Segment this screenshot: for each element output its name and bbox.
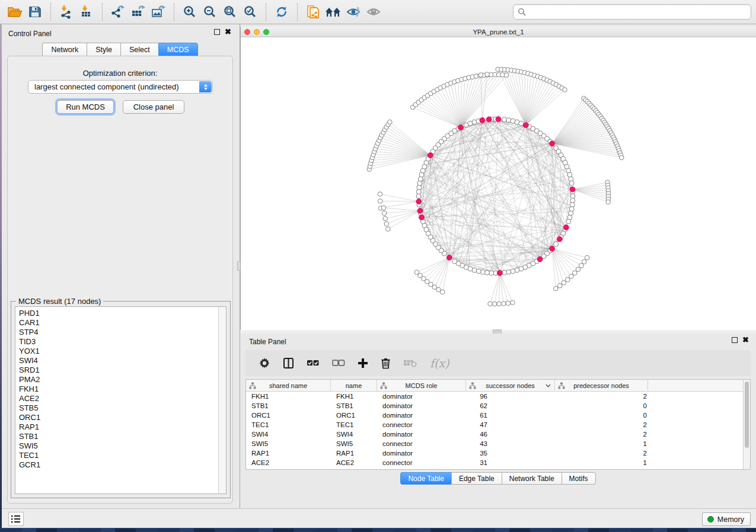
- mcds-result-item[interactable]: SWI4: [19, 356, 226, 366]
- mcds-dominator-node[interactable]: [550, 246, 555, 251]
- mcds-result-item[interactable]: TEC1: [19, 451, 226, 460]
- mcds-result-item[interactable]: FKH1: [19, 384, 226, 394]
- network-leaf-node[interactable]: [485, 72, 490, 77]
- tab-select[interactable]: Select: [120, 43, 158, 56]
- network-leaf-node[interactable]: [576, 267, 580, 272]
- mcds-result-item[interactable]: PMA2: [19, 375, 226, 384]
- mcds-dominator-node[interactable]: [523, 123, 528, 128]
- delete-column-trash-icon[interactable]: [381, 357, 391, 369]
- network-leaf-node[interactable]: [565, 277, 570, 282]
- refresh-icon[interactable]: [272, 2, 292, 22]
- zoom-out-icon[interactable]: [200, 2, 220, 22]
- network-node[interactable]: [570, 194, 575, 198]
- tab-mcds[interactable]: MCDS: [158, 43, 198, 56]
- network-node[interactable]: [570, 198, 575, 203]
- network-leaf-node[interactable]: [563, 88, 567, 92]
- table-row[interactable]: RAP1RAP1dominator352: [246, 448, 743, 458]
- network-leaf-node[interactable]: [506, 301, 511, 306]
- mcds-dominator-node[interactable]: [480, 118, 485, 123]
- table-panel-float-icon[interactable]: [732, 337, 738, 343]
- node-table-scrollbar-thumb[interactable]: [745, 382, 749, 448]
- network-node[interactable]: [566, 219, 571, 224]
- column-header-successor-nodes[interactable]: successor nodes: [466, 380, 555, 392]
- save-session-icon[interactable]: [25, 2, 45, 22]
- tab-node-table[interactable]: Node Table: [400, 472, 451, 485]
- mcds-result-item[interactable]: SWI5: [19, 441, 226, 451]
- mcds-dominator-node[interactable]: [496, 117, 501, 122]
- mcds-dominator-node[interactable]: [417, 208, 423, 213]
- mcds-dominator-node[interactable]: [537, 257, 543, 262]
- network-canvas[interactable]: [241, 37, 756, 330]
- sort-chevron-icon[interactable]: [546, 384, 551, 387]
- mcds-dominator-node[interactable]: [416, 199, 422, 204]
- show-graphics-eye-icon[interactable]: [363, 2, 384, 22]
- table-row[interactable]: SWI5SWI5connector431: [246, 439, 743, 448]
- network-leaf-node[interactable]: [378, 192, 382, 197]
- mcds-result-item[interactable]: ACE2: [19, 394, 226, 403]
- network-leaf-node[interactable]: [504, 73, 509, 78]
- export-table-icon[interactable]: [128, 2, 148, 22]
- mcds-dominator-node[interactable]: [428, 153, 433, 158]
- network-leaf-node[interactable]: [554, 286, 559, 291]
- zoom-selected-icon[interactable]: [240, 2, 260, 22]
- run-mcds-button[interactable]: Run MCDS: [57, 100, 114, 114]
- table-row[interactable]: TEC1TEC1connector472: [246, 420, 743, 430]
- network-graph[interactable]: [241, 37, 756, 330]
- network-leaf-node[interactable]: [386, 227, 391, 232]
- network-leaf-node[interactable]: [388, 120, 393, 124]
- column-header-name[interactable]: name: [331, 380, 377, 392]
- add-column-icon[interactable]: [358, 358, 368, 368]
- table-row[interactable]: FKH1FKH1dominator962: [246, 392, 743, 401]
- tab-network-table[interactable]: Network Table: [502, 472, 562, 485]
- column-header-predecessor-nodes[interactable]: predecessor nodes: [555, 380, 648, 392]
- mcds-result-item[interactable]: STB1: [19, 432, 226, 441]
- table-row[interactable]: ACE2ACE2connector311: [246, 458, 743, 467]
- tab-edge-table[interactable]: Edge Table: [451, 472, 502, 485]
- mcds-result-list[interactable]: PHD1CAR1STP4TID3YOX1SWI4SRD1PMA2FKH1ACE2…: [15, 306, 227, 494]
- mcds-result-item[interactable]: TID3: [19, 337, 226, 347]
- memory-button[interactable]: Memory: [702, 512, 751, 526]
- network-leaf-node[interactable]: [620, 155, 624, 160]
- network-node[interactable]: [502, 117, 507, 122]
- mcds-result-item[interactable]: YOX1: [19, 347, 226, 356]
- network-leaf-node[interactable]: [441, 290, 445, 294]
- mcds-result-item[interactable]: PHD1: [19, 309, 226, 318]
- node-table-scrollbar[interactable]: [743, 380, 750, 469]
- network-leaf-node[interactable]: [381, 206, 386, 210]
- select-all-icon[interactable]: [307, 359, 320, 367]
- network-node[interactable]: [489, 271, 494, 275]
- import-network-icon[interactable]: [56, 2, 76, 22]
- hide-edges-eye-slash-icon[interactable]: [343, 2, 363, 22]
- network-leaf-node[interactable]: [479, 73, 483, 78]
- control-panel-close-icon[interactable]: ✖: [225, 29, 231, 35]
- mcds-dominator-node[interactable]: [486, 117, 492, 122]
- network-leaf-node[interactable]: [579, 264, 584, 268]
- network-node[interactable]: [452, 259, 457, 264]
- network-leaf-node[interactable]: [488, 302, 493, 306]
- tab-motifs[interactable]: Motifs: [562, 472, 596, 485]
- network-node[interactable]: [484, 270, 489, 275]
- network-leaf-node[interactable]: [414, 270, 419, 275]
- mcds-dominator-node[interactable]: [419, 214, 425, 220]
- network-node[interactable]: [416, 194, 421, 198]
- network-leaf-node[interactable]: [383, 216, 388, 221]
- task-history-list-button[interactable]: [8, 512, 24, 526]
- show-columns-icon[interactable]: [283, 357, 294, 369]
- mcds-dominator-node[interactable]: [458, 125, 464, 130]
- network-leaf-node[interactable]: [582, 259, 587, 264]
- new-network-from-file-icon[interactable]: [303, 2, 323, 22]
- mcds-dominator-node[interactable]: [550, 141, 555, 146]
- network-node[interactable]: [506, 270, 511, 274]
- tab-style[interactable]: Style: [87, 43, 120, 56]
- hide-panels-houses-icon[interactable]: [323, 2, 343, 22]
- network-leaf-node[interactable]: [492, 302, 497, 306]
- network-leaf-node[interactable]: [606, 200, 611, 204]
- mcds-dominator-node[interactable]: [446, 255, 452, 260]
- network-leaf-node[interactable]: [557, 284, 562, 289]
- export-image-icon[interactable]: [148, 2, 168, 22]
- mcds-result-item[interactable]: GCR1: [19, 460, 226, 470]
- optimization-criterion-select[interactable]: largest connected component (undirected): [28, 80, 213, 94]
- control-panel-float-icon[interactable]: [214, 29, 220, 35]
- network-leaf-node[interactable]: [511, 300, 515, 305]
- table-settings-gear-icon[interactable]: [259, 357, 270, 369]
